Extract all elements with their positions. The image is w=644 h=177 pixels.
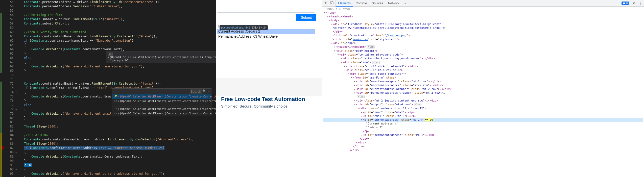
code-line[interactable]: 88−{ [0,150,216,155]
fold-toggle[interactable] [15,133,18,137]
dom-node[interactable]: ▸<div id="fixedban" style="width:100%;ma… [323,22,643,26]
code-text[interactable] [18,120,24,124]
code-line[interactable]: 81 [0,120,216,124]
code-text[interactable]: Console.WriteLine(Constants.confirmation… [18,47,124,52]
code-text[interactable] [18,9,24,13]
expand-arrow-icon[interactable]: ▸ [360,110,363,114]
fold-toggle[interactable] [15,116,18,120]
code-text[interactable]: { [18,107,26,112]
code-text[interactable]: else [18,103,31,107]
expand-arrow-icon[interactable]: ▾ [330,41,333,45]
fold-toggle[interactable]: − [15,86,18,90]
dom-node[interactable]: ▾<div class="col-12 mt-4 col-md-6"> [323,68,643,72]
dom-node[interactable]: ▾<div class="body-height"> [323,49,643,53]
expand-arrow-icon[interactable]: ▾ [360,118,363,122]
dom-node[interactable]: ▸<head>…</head> [323,15,643,18]
fold-toggle[interactable] [15,124,18,129]
code-text[interactable]: { [18,43,26,47]
expand-arrow-icon[interactable]: ▸ [353,87,356,91]
fold-toggle[interactable] [15,163,18,167]
code-line[interactable]: 53Constants.permanentAddress = driver.Fi… [0,0,216,4]
fold-toggle[interactable] [15,21,18,26]
fold-toggle[interactable] [15,94,18,99]
fold-toggle[interactable] [15,56,18,60]
expand-arrow-icon[interactable]: ▾ [347,72,349,76]
dom-node[interactable]: <!DOCTYPE html> [323,7,643,11]
dom-node[interactable]: ▸<div id="currentAddress-wrapper" class=… [323,87,643,91]
code-line[interactable]: 92−{ [0,167,216,172]
tab-sources[interactable]: Sources [369,0,386,7]
code-text[interactable]: Constants.permanentAddress = driver.Find… [18,0,161,4]
fold-toggle[interactable] [15,0,18,4]
fold-toggle[interactable] [15,99,18,103]
code-line[interactable]: 69} [0,69,216,73]
code-line[interactable]: 59 [0,26,216,30]
code-line[interactable]: 93 Console.WriteLine("We have a differen… [0,172,216,176]
dom-node[interactable]: ▾<div class="row">flex [323,60,643,64]
code-editor[interactable]: 53Constants.permanentAddress = driver.Fi… [0,0,216,177]
dom-node[interactable]: </div> [323,30,643,34]
fold-toggle[interactable] [15,26,18,30]
dom-node[interactable]: ▸<div class="mt-2 justify-content-end ro… [323,99,643,103]
code-text[interactable]: Console.WriteLine("We have a different c… [18,172,164,176]
dom-node[interactable]: </p> [323,129,643,133]
code-text[interactable]: Thread.Sleep(2000); [18,142,59,146]
code-text[interactable]: } [18,159,26,163]
dom-node[interactable]: "Current Address :" [323,122,643,125]
textarea-field[interactable] [217,0,315,13]
expand-arrow-icon[interactable]: ▾ [337,53,339,57]
expand-arrow-icon[interactable]: ▸ [327,15,329,18]
code-text[interactable]: Console.WriteLine(Constants.confirmation… [18,155,143,159]
code-line[interactable]: 61Constants.confirmationName = driver.Fi… [0,34,216,39]
dom-node[interactable]: flex [323,95,643,99]
fold-toggle[interactable] [15,120,18,124]
code-text[interactable]: Constants.permanentAddress.SendKeys("63 … [18,4,123,9]
expand-arrow-icon[interactable]: ▸ [330,22,333,26]
code-line[interactable]: 82Thread.Sleep(2000); [0,124,216,129]
code-line[interactable]: 62−if (Constants.confirmationName.Text =… [0,39,216,43]
code-text[interactable]: } [18,99,26,103]
code-text[interactable]: } [18,69,26,73]
code-text[interactable] [18,129,24,133]
expand-arrow-icon[interactable]: ▸ [353,83,356,87]
code-text[interactable] [18,26,24,30]
dom-node[interactable]: ▸<div class="pattern-backgound playgound… [323,57,643,60]
code-text[interactable] [18,77,24,82]
devtools-panel[interactable]: ElementsConsoleSourcesNetwork » 3 ⚙ ⋮ <!… [322,0,644,177]
code-line[interactable]: 83 [0,129,216,133]
dom-node[interactable]: <link rel="shortcut icon" href="/favicon… [323,34,643,37]
tab-elements[interactable]: Elements [336,0,353,7]
code-text[interactable]: { [18,60,26,64]
code-line[interactable]: 55 [0,9,216,13]
code-text[interactable]: else [18,163,32,167]
expand-arrow-icon[interactable]: ▸ [360,133,363,137]
fold-toggle[interactable] [15,103,18,107]
fold-toggle[interactable] [15,17,18,21]
code-text[interactable]: //Then I verify the form submitted [18,30,86,34]
expand-arrow-icon[interactable]: ▾ [350,76,353,80]
code-text[interactable]: Console.WriteLine(Constants.confirmation… [18,94,126,99]
fold-toggle[interactable]: − [15,150,18,155]
code-line[interactable]: 90} [0,159,216,163]
code-line[interactable]: 94} [0,176,216,177]
code-text[interactable]: } [18,52,26,56]
elements-tree[interactable]: <!DOCTYPE html>▾<html> ▸<head>…</head> ▾… [322,7,644,177]
expand-arrow-icon[interactable]: ▾ [340,60,343,64]
code-text[interactable]: if (Constants.confirmationName.Text == "… [18,39,134,43]
expand-arrow-icon[interactable]: ▾ [327,18,329,22]
fold-toggle[interactable]: − [15,60,18,64]
dom-node[interactable]: ▾<body> [323,18,643,22]
watch-row[interactable]: 🔑((OpenQA.Selenium.WebElement)Constants.… [112,94,211,99]
code-text[interactable]: Constants.submit.Click(); [18,21,70,26]
dom-node[interactable]: ▾<p id="currentAddress" class="mb-1"> ==… [323,118,643,122]
code-line[interactable]: 60//Then I verify the form submitted [0,30,216,34]
expand-arrow-icon[interactable]: ▾ [333,49,336,53]
code-text[interactable]: } [18,116,26,120]
fold-toggle[interactable] [15,34,18,39]
code-line[interactable]: 89 Console.WriteLine(Constants.confirmat… [0,155,216,159]
code-text[interactable] [18,73,24,77]
fold-toggle[interactable] [15,137,18,142]
code-text[interactable]: Constants.confirmationCurrentAddress = d… [18,137,194,142]
dom-node[interactable]: ▾<form id="userForm" class> [323,76,643,80]
fold-toggle[interactable] [15,30,18,34]
